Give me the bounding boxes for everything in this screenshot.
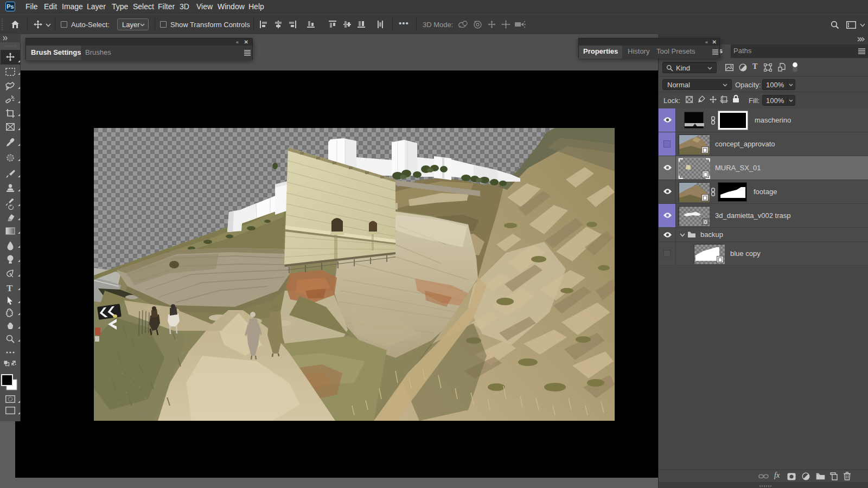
svg-text:T: T: [7, 283, 13, 293]
